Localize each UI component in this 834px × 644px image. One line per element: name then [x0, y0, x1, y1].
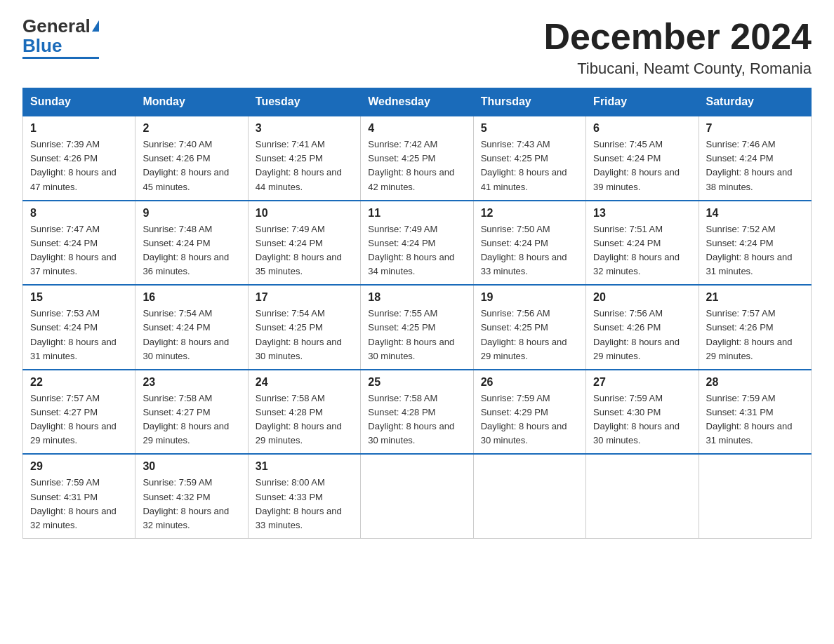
day-info: Sunrise: 7:49 AMSunset: 4:24 PMDaylight:… — [368, 224, 454, 276]
day-number: 13 — [593, 207, 691, 220]
day-number: 3 — [256, 122, 353, 135]
table-row: 12 Sunrise: 7:50 AMSunset: 4:24 PMDaylig… — [473, 201, 585, 286]
day-info: Sunrise: 7:59 AMSunset: 4:31 PMDaylight:… — [30, 477, 117, 530]
table-row: 31 Sunrise: 8:00 AMSunset: 4:33 PMDaylig… — [248, 454, 360, 538]
title-block: December 2024 Tibucani, Neamt County, Ro… — [543, 17, 812, 78]
table-row: 17 Sunrise: 7:54 AMSunset: 4:25 PMDaylig… — [248, 285, 360, 370]
day-number: 22 — [30, 376, 128, 389]
logo-triangle-icon — [92, 20, 99, 32]
day-number: 28 — [706, 376, 804, 389]
table-row: 16 Sunrise: 7:54 AMSunset: 4:24 PMDaylig… — [135, 285, 248, 370]
day-number: 19 — [481, 291, 578, 304]
table-row: 22 Sunrise: 7:57 AMSunset: 4:27 PMDaylig… — [23, 370, 135, 455]
table-row: 5 Sunrise: 7:43 AMSunset: 4:25 PMDayligh… — [473, 116, 585, 201]
day-number: 26 — [481, 376, 578, 389]
calendar-week-row: 29 Sunrise: 7:59 AMSunset: 4:31 PMDaylig… — [23, 454, 812, 538]
day-number: 20 — [593, 291, 691, 304]
table-row: 14 Sunrise: 7:52 AMSunset: 4:24 PMDaylig… — [699, 201, 811, 286]
day-number: 15 — [30, 291, 128, 304]
day-info: Sunrise: 7:46 AMSunset: 4:24 PMDaylight:… — [706, 139, 793, 192]
calendar-table: Sunday Monday Tuesday Wednesday Thursday… — [22, 88, 812, 539]
table-row: 8 Sunrise: 7:47 AMSunset: 4:24 PMDayligh… — [23, 201, 135, 286]
day-number: 16 — [143, 291, 240, 304]
calendar-week-row: 1 Sunrise: 7:39 AMSunset: 4:26 PMDayligh… — [23, 116, 812, 201]
table-row: 21 Sunrise: 7:57 AMSunset: 4:26 PMDaylig… — [699, 285, 811, 370]
logo: General Blue — [22, 17, 99, 59]
logo-general-text: General — [22, 17, 91, 35]
table-row: 27 Sunrise: 7:59 AMSunset: 4:30 PMDaylig… — [586, 370, 699, 455]
table-row: 24 Sunrise: 7:58 AMSunset: 4:28 PMDaylig… — [248, 370, 360, 455]
day-info: Sunrise: 7:58 AMSunset: 4:27 PMDaylight:… — [143, 393, 229, 445]
col-saturday: Saturday — [699, 88, 811, 116]
table-row: 2 Sunrise: 7:40 AMSunset: 4:26 PMDayligh… — [135, 116, 248, 201]
calendar-week-row: 22 Sunrise: 7:57 AMSunset: 4:27 PMDaylig… — [23, 370, 812, 455]
day-number: 17 — [256, 291, 353, 304]
day-number: 5 — [481, 122, 578, 135]
day-number: 18 — [368, 291, 465, 304]
day-info: Sunrise: 7:45 AMSunset: 4:24 PMDaylight:… — [593, 139, 680, 192]
day-number: 31 — [256, 460, 353, 473]
day-number: 27 — [593, 376, 691, 389]
table-row: 4 Sunrise: 7:42 AMSunset: 4:25 PMDayligh… — [361, 116, 473, 201]
day-info: Sunrise: 7:57 AMSunset: 4:26 PMDaylight:… — [706, 308, 793, 361]
table-row: 9 Sunrise: 7:48 AMSunset: 4:24 PMDayligh… — [135, 201, 248, 286]
day-info: Sunrise: 7:50 AMSunset: 4:24 PMDaylight:… — [481, 224, 567, 276]
day-number: 7 — [706, 122, 804, 135]
day-info: Sunrise: 7:48 AMSunset: 4:24 PMDaylight:… — [143, 224, 229, 276]
day-info: Sunrise: 7:56 AMSunset: 4:25 PMDaylight:… — [481, 308, 567, 361]
day-number: 25 — [368, 376, 465, 389]
day-number: 1 — [30, 122, 128, 135]
day-info: Sunrise: 8:00 AMSunset: 4:33 PMDaylight:… — [256, 477, 342, 530]
day-info: Sunrise: 7:51 AMSunset: 4:24 PMDaylight:… — [593, 224, 680, 276]
day-info: Sunrise: 7:55 AMSunset: 4:25 PMDaylight:… — [368, 308, 454, 361]
table-row: 1 Sunrise: 7:39 AMSunset: 4:26 PMDayligh… — [23, 116, 135, 201]
day-number: 11 — [368, 207, 465, 220]
col-sunday: Sunday — [23, 88, 135, 116]
day-info: Sunrise: 7:40 AMSunset: 4:26 PMDaylight:… — [143, 139, 229, 192]
day-info: Sunrise: 7:41 AMSunset: 4:25 PMDaylight:… — [256, 139, 342, 192]
day-info: Sunrise: 7:52 AMSunset: 4:24 PMDaylight:… — [706, 224, 793, 276]
day-info: Sunrise: 7:59 AMSunset: 4:32 PMDaylight:… — [143, 477, 229, 530]
table-row: 18 Sunrise: 7:55 AMSunset: 4:25 PMDaylig… — [361, 285, 473, 370]
day-info: Sunrise: 7:58 AMSunset: 4:28 PMDaylight:… — [256, 393, 342, 445]
col-friday: Friday — [586, 88, 699, 116]
table-row: 25 Sunrise: 7:58 AMSunset: 4:28 PMDaylig… — [361, 370, 473, 455]
day-number: 2 — [143, 122, 240, 135]
day-number: 9 — [143, 207, 240, 220]
table-row: 13 Sunrise: 7:51 AMSunset: 4:24 PMDaylig… — [586, 201, 699, 286]
day-info: Sunrise: 7:49 AMSunset: 4:24 PMDaylight:… — [256, 224, 342, 276]
table-row: 10 Sunrise: 7:49 AMSunset: 4:24 PMDaylig… — [248, 201, 360, 286]
day-info: Sunrise: 7:58 AMSunset: 4:28 PMDaylight:… — [368, 393, 454, 445]
logo-blue-text: Blue — [22, 36, 62, 55]
table-row: 7 Sunrise: 7:46 AMSunset: 4:24 PMDayligh… — [699, 116, 811, 201]
day-number: 21 — [706, 291, 804, 304]
day-info: Sunrise: 7:56 AMSunset: 4:26 PMDaylight:… — [593, 308, 680, 361]
col-wednesday: Wednesday — [361, 88, 473, 116]
logo-underline — [22, 57, 99, 59]
calendar-week-row: 15 Sunrise: 7:53 AMSunset: 4:24 PMDaylig… — [23, 285, 812, 370]
col-monday: Monday — [135, 88, 248, 116]
calendar-week-row: 8 Sunrise: 7:47 AMSunset: 4:24 PMDayligh… — [23, 201, 812, 286]
location-subtitle: Tibucani, Neamt County, Romania — [543, 60, 812, 78]
day-info: Sunrise: 7:39 AMSunset: 4:26 PMDaylight:… — [30, 139, 117, 192]
day-number: 24 — [256, 376, 353, 389]
table-row: 29 Sunrise: 7:59 AMSunset: 4:31 PMDaylig… — [23, 454, 135, 538]
day-info: Sunrise: 7:43 AMSunset: 4:25 PMDaylight:… — [481, 139, 567, 192]
day-info: Sunrise: 7:59 AMSunset: 4:30 PMDaylight:… — [593, 393, 680, 445]
day-number: 29 — [30, 460, 128, 473]
table-row: 19 Sunrise: 7:56 AMSunset: 4:25 PMDaylig… — [473, 285, 585, 370]
day-number: 6 — [593, 122, 691, 135]
table-row: 30 Sunrise: 7:59 AMSunset: 4:32 PMDaylig… — [135, 454, 248, 538]
day-info: Sunrise: 7:54 AMSunset: 4:25 PMDaylight:… — [256, 308, 342, 361]
day-info: Sunrise: 7:53 AMSunset: 4:24 PMDaylight:… — [30, 308, 117, 361]
page-header: General Blue December 2024 Tibucani, Nea… — [22, 17, 812, 78]
table-row — [586, 454, 699, 538]
day-info: Sunrise: 7:59 AMSunset: 4:31 PMDaylight:… — [706, 393, 793, 445]
col-thursday: Thursday — [473, 88, 585, 116]
day-info: Sunrise: 7:47 AMSunset: 4:24 PMDaylight:… — [30, 224, 117, 276]
table-row: 6 Sunrise: 7:45 AMSunset: 4:24 PMDayligh… — [586, 116, 699, 201]
day-info: Sunrise: 7:42 AMSunset: 4:25 PMDaylight:… — [368, 139, 454, 192]
day-info: Sunrise: 7:57 AMSunset: 4:27 PMDaylight:… — [30, 393, 117, 445]
col-tuesday: Tuesday — [248, 88, 360, 116]
day-number: 8 — [30, 207, 128, 220]
